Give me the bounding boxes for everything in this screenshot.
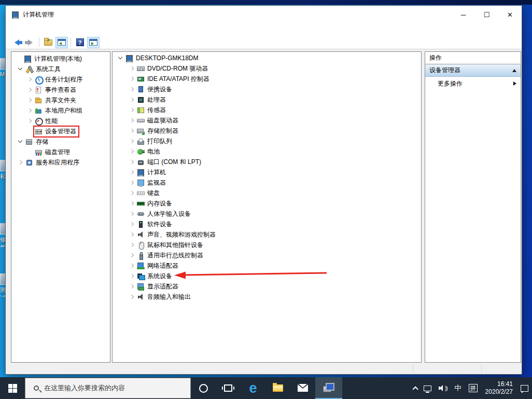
device-category-row[interactable]: 处理器 <box>113 94 421 105</box>
tree-item-core[interactable]: 任务计划程序 <box>34 75 85 85</box>
tree-item-core[interactable]: 计算机管理(本地) <box>23 54 84 64</box>
device-category-row[interactable]: 内存设备 <box>113 198 421 209</box>
device-category-row[interactable]: 打印队列 <box>113 136 421 146</box>
device-row-core[interactable]: IDE ATA/ATAPI 控制器 <box>136 74 212 84</box>
tree-item-core[interactable]: 服务和应用程序 <box>25 158 81 168</box>
device-row-core[interactable]: 系统设备 <box>136 271 174 281</box>
device-category-row[interactable]: 监视器 <box>113 177 421 188</box>
tree-item-core[interactable]: 事件查看器 <box>34 85 78 95</box>
volume-tray-button[interactable]: )) <box>435 377 451 399</box>
device-category-row[interactable]: 鼠标和其他指针设备 <box>113 240 421 250</box>
tree-item[interactable]: 存储 <box>11 136 110 147</box>
menu-item[interactable] <box>44 28 55 31</box>
chevron-icon[interactable] <box>127 74 136 84</box>
chevron-icon[interactable] <box>127 168 136 177</box>
device-category-row[interactable]: 音频输入和输出 <box>113 292 421 302</box>
device-row-core[interactable]: DESKTOP-GMK18DM <box>125 54 200 63</box>
chevron-icon[interactable] <box>127 136 136 146</box>
device-row-core[interactable]: 鼠标和其他指针设备 <box>136 240 205 250</box>
device-category-row[interactable]: 电池 <box>113 146 421 157</box>
maximize-button[interactable]: ☐ <box>475 6 498 23</box>
device-row-core[interactable]: 计算机 <box>136 168 168 177</box>
tree-item[interactable]: 本地用户和组 <box>11 105 110 116</box>
title-bar[interactable]: 计算机管理 ─ ☐ ✕ <box>6 6 522 23</box>
device-category-row[interactable]: 软件设备 <box>113 219 421 229</box>
chevron-icon[interactable] <box>25 106 34 115</box>
tree-item-core[interactable]: 设备管理器 <box>34 127 78 136</box>
task-view-button[interactable] <box>216 377 241 399</box>
action-center-button[interactable] <box>517 377 532 399</box>
actions-group-bar[interactable]: 设备管理器 <box>425 64 521 77</box>
device-row-core[interactable]: 通用串行总线控制器 <box>136 251 205 260</box>
network-tray-button[interactable] <box>420 377 435 399</box>
device-row-core[interactable]: DVD/CD-ROM 驱动器 <box>136 64 210 74</box>
chevron-icon[interactable] <box>16 64 25 74</box>
chevron-icon[interactable] <box>127 271 136 281</box>
device-row-core[interactable]: 显示适配器 <box>136 282 180 292</box>
start-button[interactable] <box>0 377 25 399</box>
file-explorer-button[interactable] <box>265 377 290 399</box>
tree-item-core[interactable]: 性能 <box>34 116 60 126</box>
chevron-icon[interactable] <box>127 64 136 73</box>
device-row-core[interactable]: 存储控制器 <box>136 126 180 136</box>
chevron-icon[interactable] <box>127 261 136 270</box>
taskbar-search-box[interactable]: 在这里输入你要搜索的内容 <box>25 378 191 398</box>
device-category-row[interactable]: 键盘 <box>113 188 421 198</box>
device-row-core[interactable]: 音频输入和输出 <box>136 292 193 302</box>
chevron-icon[interactable] <box>127 199 136 208</box>
device-row-core[interactable]: 键盘 <box>136 188 162 198</box>
chevron-icon[interactable] <box>25 75 34 84</box>
chevron-icon[interactable] <box>127 230 136 239</box>
device-category-row[interactable]: DESKTOP-GMK18DM <box>113 53 421 63</box>
device-row-core[interactable]: 磁盘驱动器 <box>136 116 180 126</box>
help-button[interactable]: ? <box>74 37 86 48</box>
device-category-row[interactable]: 传感器 <box>113 105 421 115</box>
chevron-icon[interactable] <box>16 137 25 146</box>
menu-item[interactable] <box>21 28 33 31</box>
device-row-core[interactable]: 电池 <box>136 147 162 157</box>
tree-item-core[interactable]: 磁盘管理 <box>34 147 72 157</box>
tree-item[interactable]: 服务和应用程序 <box>11 157 110 168</box>
forward-button[interactable] <box>24 37 36 48</box>
device-category-row[interactable]: 便携设备 <box>113 84 421 94</box>
chevron-icon[interactable] <box>127 292 136 301</box>
chevron-icon[interactable] <box>127 85 136 94</box>
menu-item[interactable] <box>33 28 44 31</box>
chevron-icon[interactable] <box>127 282 136 291</box>
device-category-row[interactable]: DVD/CD-ROM 驱动器 <box>113 63 421 74</box>
tree-item[interactable]: 共享文件夹 <box>11 95 110 105</box>
device-category-row[interactable]: 系统设备 <box>113 271 421 281</box>
device-row-core[interactable]: 内存设备 <box>136 199 174 209</box>
device-row-core[interactable]: 人体学输入设备 <box>136 209 193 219</box>
device-category-row[interactable]: 通用串行总线控制器 <box>113 250 421 260</box>
up-level-button[interactable] <box>42 37 54 48</box>
mail-button[interactable] <box>290 377 315 399</box>
chevron-icon[interactable] <box>25 85 34 94</box>
device-category-row[interactable]: 磁盘驱动器 <box>113 115 421 126</box>
tree-item-core[interactable]: 系统工具 <box>25 64 63 74</box>
device-category-row[interactable]: 端口 (COM 和 LPT) <box>113 157 421 167</box>
back-button[interactable] <box>10 37 23 48</box>
tree-item-core[interactable]: 共享文件夹 <box>34 95 78 105</box>
menu-item[interactable] <box>10 28 21 31</box>
device-category-row[interactable]: 存储控制器 <box>113 126 421 136</box>
chevron-icon[interactable] <box>25 127 34 136</box>
console-tree-toggle-button[interactable] <box>55 37 68 48</box>
chevron-icon[interactable] <box>25 116 34 126</box>
tree-item[interactable]: 系统工具 <box>11 64 110 74</box>
chevron-icon[interactable] <box>116 53 125 63</box>
device-row-core[interactable]: 软件设备 <box>136 219 174 229</box>
chevron-icon[interactable] <box>127 105 136 115</box>
device-row-core[interactable]: 声音、视频和游戏控制器 <box>136 230 218 240</box>
chevron-icon[interactable] <box>127 251 136 260</box>
device-row-core[interactable]: 端口 (COM 和 LPT) <box>136 157 203 167</box>
device-category-row[interactable]: 声音、视频和游戏控制器 <box>113 229 421 240</box>
ime-language-button[interactable]: 中 <box>451 377 465 399</box>
clock[interactable]: 16:41 2020/2/27 <box>481 377 517 399</box>
device-category-row[interactable]: 计算机 <box>113 167 421 177</box>
chevron-icon[interactable] <box>16 158 25 167</box>
device-row-core[interactable]: 传感器 <box>136 105 168 115</box>
tree-item[interactable]: 设备管理器 <box>11 126 110 136</box>
chevron-icon[interactable] <box>14 54 23 63</box>
chevron-icon[interactable] <box>127 116 136 125</box>
